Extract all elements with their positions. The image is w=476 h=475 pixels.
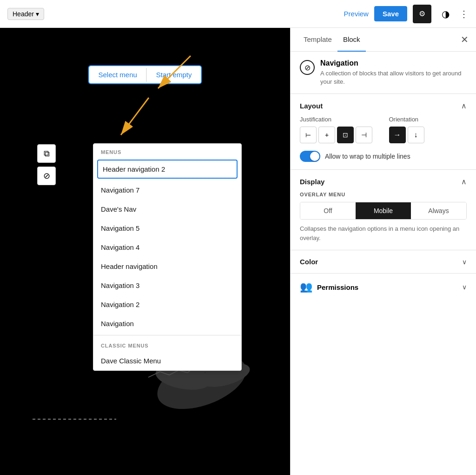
justify-space-button[interactable]: +	[318, 127, 335, 143]
permissions-chevron-icon: ∨	[462, 283, 467, 291]
layout-title: Layout	[300, 102, 323, 110]
permissions-title: Permissions	[317, 283, 358, 291]
menu-item-4[interactable]: Navigation 4	[93, 238, 241, 257]
more-options-button[interactable]: ⋮	[459, 8, 469, 20]
select-menu-bar: Select menu Start empty	[88, 65, 202, 84]
orient-vertical-button[interactable]: ↓	[408, 127, 424, 143]
layout-section-header: Layout ∧	[300, 101, 467, 110]
wrap-toggle-row: Allow to wrap to multiple lines	[300, 151, 467, 162]
color-chevron-icon: ∨	[462, 258, 467, 266]
toggle-knob	[310, 152, 319, 161]
orientation-label: Orientation	[389, 116, 467, 123]
overlay-off-button[interactable]: Off	[300, 202, 356, 219]
tab-block[interactable]: Block	[337, 28, 366, 52]
wrap-label: Allow to wrap to multiple lines	[325, 153, 410, 160]
header-breadcrumb[interactable]: Header ▾	[7, 8, 44, 20]
header-label-text: Header	[13, 10, 34, 18]
settings-button[interactable]: ⚙	[413, 5, 431, 23]
justification-col: Justification ⊢ + ⊡ ⊣	[300, 116, 378, 143]
permissions-section: 👥 Permissions ∨	[291, 274, 476, 301]
permissions-header[interactable]: 👥 Permissions ∨	[300, 281, 467, 293]
color-title: Color	[300, 258, 318, 266]
color-section-header[interactable]: Color ∨	[300, 258, 467, 266]
display-section: Display ∧ OVERLAY MENU Off Mobile Always…	[291, 170, 476, 250]
select-menu-button[interactable]: Select menu	[89, 66, 146, 83]
menu-section-divider	[93, 335, 241, 335]
navigation-dropdown: MENUS Header navigation 2 Navigation 7 D…	[93, 143, 242, 371]
gear-icon: ⚙	[419, 9, 425, 18]
contrast-button[interactable]: ◑	[437, 6, 454, 22]
tab-template[interactable]: Template	[298, 28, 337, 52]
justify-right-button[interactable]: ⊣	[356, 127, 372, 143]
preview-button[interactable]: Preview	[344, 10, 369, 18]
header-chevron-icon: ▾	[36, 10, 39, 18]
panel-tabs: Template Block ✕	[291, 28, 476, 52]
menu-item-3[interactable]: Navigation 5	[93, 219, 241, 238]
classic-menu-item-0[interactable]: Dave Classic Menu	[93, 351, 241, 370]
dashed-line	[28, 410, 121, 428]
permissions-icon: 👥	[300, 281, 312, 293]
overlay-buttons: Off Mobile Always	[300, 202, 467, 220]
permissions-left: 👥 Permissions	[300, 281, 358, 293]
topbar: Header ▾ Preview Save ⚙ ◑ ⋮	[0, 0, 476, 28]
display-title: Display	[300, 178, 324, 186]
justification-label: Justification	[300, 116, 378, 123]
orient-buttons: → ↓	[389, 127, 467, 143]
layout-chevron-icon[interactable]: ∧	[461, 101, 467, 110]
menu-item-7[interactable]: Navigation 2	[93, 295, 241, 314]
dots-icon: ⋮	[459, 9, 469, 19]
toolbar-duplicate-icon[interactable]: ⧉	[37, 144, 56, 163]
block-info: ⊘ Navigation A collection of blocks that…	[291, 52, 476, 94]
classic-menus-section-label: CLASSIC MENUS	[93, 337, 241, 351]
save-button[interactable]: Save	[374, 6, 407, 21]
layout-controls-row: Justification ⊢ + ⊡ ⊣ Orientation → ↓	[300, 116, 467, 143]
justify-left-button[interactable]: ⊢	[300, 127, 317, 143]
justify-buttons: ⊢ + ⊡ ⊣	[300, 127, 378, 143]
display-section-header: Display ∧	[300, 177, 467, 186]
menu-item-0[interactable]: Header navigation 2	[97, 160, 238, 179]
menu-item-8[interactable]: Navigation	[93, 314, 241, 333]
block-title: Navigation	[320, 59, 467, 67]
toolbar-nav-icon[interactable]: ⊘	[37, 167, 56, 185]
main-layout: Select menu Start empty ⧉ ⊘ MENUS	[0, 28, 476, 475]
overlay-menu-label: OVERLAY MENU	[300, 192, 467, 197]
orientation-col: Orientation → ↓	[389, 116, 467, 143]
topbar-left: Header ▾	[7, 8, 44, 20]
overlay-mobile-button[interactable]: Mobile	[356, 202, 411, 219]
navigation-block-icon: ⊘	[300, 60, 315, 75]
canvas-toolbar: ⧉ ⊘	[37, 144, 56, 185]
justify-center-button[interactable]: ⊡	[337, 127, 354, 143]
display-chevron-icon[interactable]: ∧	[461, 177, 467, 186]
overlay-always-button[interactable]: Always	[411, 202, 466, 219]
contrast-icon: ◑	[442, 8, 450, 20]
layout-section: Layout ∧ Justification ⊢ + ⊡ ⊣ Orientati…	[291, 94, 476, 170]
block-description: A collection of blocks that allow visito…	[320, 69, 467, 86]
canvas-area: Select menu Start empty ⧉ ⊘ MENUS	[0, 28, 290, 475]
menu-item-1[interactable]: Navigation 7	[93, 181, 241, 200]
menu-item-5[interactable]: Header navigation	[93, 257, 241, 276]
block-info-text: Navigation A collection of blocks that a…	[320, 59, 467, 86]
panel-close-button[interactable]: ✕	[461, 34, 469, 45]
menus-section-label: MENUS	[93, 144, 241, 158]
start-empty-button[interactable]: Start empty	[147, 66, 201, 83]
wrap-toggle[interactable]	[300, 151, 320, 162]
compass-icon: ⊘	[304, 63, 311, 72]
menu-item-2[interactable]: Dave's Nav	[93, 200, 241, 219]
orient-horizontal-button[interactable]: →	[389, 127, 406, 143]
topbar-right: Preview Save ⚙ ◑ ⋮	[344, 5, 469, 23]
overlay-description: Collapses the navigation options in a me…	[300, 224, 467, 242]
right-panel: Template Block ✕ ⊘ Navigation A collecti…	[290, 28, 476, 475]
color-section: Color ∨	[291, 250, 476, 274]
menu-item-6[interactable]: Navigation 3	[93, 276, 241, 295]
